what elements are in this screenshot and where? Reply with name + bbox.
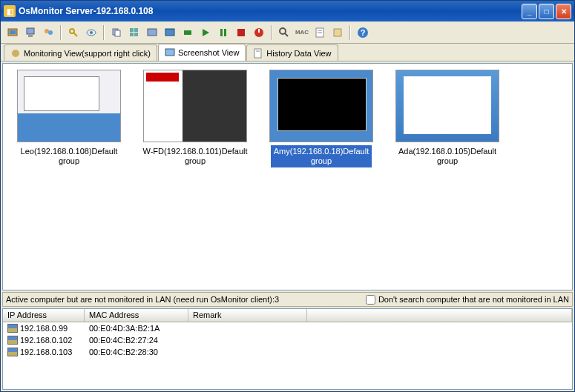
table-row[interactable]: 192.168.0.99 00:E0:4D:3A:B2:1A: [3, 322, 572, 334]
svg-rect-30: [334, 29, 341, 36]
svg-rect-15: [134, 33, 138, 36]
mac-icon[interactable]: MAC: [295, 25, 309, 40]
cell-remark: [188, 328, 307, 329]
close-button[interactable]: ✕: [556, 4, 571, 19]
column-header-spacer: [307, 309, 572, 322]
screenshot-tab-icon: [165, 47, 175, 58]
eye-icon[interactable]: [84, 25, 99, 40]
dont-search-checkbox-input[interactable]: [366, 295, 375, 305]
thumbnail-image: [269, 70, 373, 142]
play-icon[interactable]: [198, 25, 213, 40]
cell-ip: 192.168.0.103: [20, 348, 72, 356]
tab-monitoring-view[interactable]: Monitoring View(support right click): [4, 44, 157, 61]
table-row[interactable]: 192.168.0.103 00:E0:4C:B2:28:30: [3, 346, 572, 358]
tab-history-data-view[interactable]: History Data View: [246, 44, 338, 61]
minimize-button[interactable]: _: [522, 4, 537, 19]
cell-ip: 192.168.0.99: [20, 324, 68, 333]
column-header-remark[interactable]: Remark: [188, 309, 307, 322]
computer-icon: [7, 324, 18, 333]
toolbar-separator: [60, 25, 62, 40]
thumbnail-item-leo[interactable]: Leo(192.168.0.108)Defaultgroup: [9, 70, 129, 167]
svg-rect-22: [237, 29, 245, 36]
history-tab-icon: [253, 48, 263, 59]
cell-remark: [188, 351, 307, 353]
thumbnail-label: Amy(192.168.0.18)Defaultgroup: [271, 145, 372, 167]
thumbnail-label: Ada(192.168.0.105)Defaultgroup: [395, 145, 499, 167]
svg-text:?: ?: [361, 28, 366, 37]
svg-rect-34: [165, 49, 174, 56]
svg-rect-11: [115, 30, 120, 36]
column-header-mac[interactable]: MAC Address: [85, 309, 188, 322]
computer-icon: [7, 336, 18, 345]
stop-icon[interactable]: [234, 25, 249, 40]
thumbnail-pane[interactable]: Leo(192.168.0.108)Defaultgroup W-FD(192.…: [2, 63, 573, 290]
status-text: Active computer but are not monitored in…: [6, 295, 279, 304]
checkbox-label: Don't search computer that are not monit…: [378, 295, 569, 304]
svg-rect-21: [224, 29, 226, 36]
svg-line-7: [73, 33, 77, 36]
cell-remark: [188, 339, 307, 341]
search-icon[interactable]: [277, 25, 292, 40]
toolbar-separator: [349, 25, 351, 40]
toolbar: MAC ?: [1, 21, 574, 44]
maximize-button[interactable]: □: [539, 4, 554, 19]
svg-rect-12: [130, 28, 134, 32]
svg-rect-20: [220, 29, 223, 36]
svg-rect-13: [134, 28, 138, 32]
computer-icon: [7, 348, 18, 356]
monitor-tab-icon: [10, 48, 21, 59]
svg-rect-2: [27, 28, 34, 34]
thumbnail-image: [143, 70, 247, 142]
toolbar-separator: [103, 25, 105, 40]
tab-screenshot-view[interactable]: Screenshot View: [158, 44, 246, 61]
svg-rect-3: [28, 35, 33, 37]
svg-point-33: [12, 50, 19, 57]
titlebar[interactable]: ◧ OsMonitor Server-192.168.0.108 _ □ ✕: [1, 1, 574, 21]
svg-point-5: [48, 30, 53, 35]
table-row[interactable]: 192.168.0.102 00:E0:4C:B2:27:24: [3, 334, 572, 346]
tag-icon[interactable]: [330, 25, 345, 40]
svg-line-26: [285, 33, 288, 36]
monitor-icon[interactable]: [5, 25, 20, 40]
svg-rect-35: [254, 49, 261, 58]
screen-icon[interactable]: [145, 25, 160, 40]
svg-rect-16: [148, 29, 157, 36]
sheet-icon[interactable]: [312, 25, 327, 40]
cell-mac: 00:E0:4D:3A:B2:1A: [85, 323, 188, 333]
table-body[interactable]: 192.168.0.99 00:E0:4D:3A:B2:1A 192.168.0…: [3, 322, 572, 389]
svg-rect-14: [130, 33, 134, 36]
status-bar: Active computer but are not monitored in…: [2, 292, 573, 307]
app-window: ◧ OsMonitor Server-192.168.0.108 _ □ ✕ M…: [0, 0, 575, 392]
rec-icon[interactable]: [180, 25, 195, 40]
svg-rect-17: [165, 29, 174, 36]
users-icon[interactable]: [41, 25, 56, 40]
tab-label: History Data View: [266, 49, 331, 58]
cell-ip: 192.168.0.102: [20, 336, 72, 345]
window-title: OsMonitor Server-192.168.0.108: [19, 6, 522, 16]
power-icon[interactable]: [252, 25, 266, 40]
column-header-ip[interactable]: IP Address: [3, 309, 85, 322]
thumbnail-item-ada[interactable]: Ada(192.168.0.105)Defaultgroup: [387, 70, 507, 167]
thumbnail-image: [395, 70, 499, 142]
window-controls: _ □ ✕: [522, 4, 571, 19]
key-icon[interactable]: [66, 25, 81, 40]
windows-icon[interactable]: [127, 25, 142, 40]
thumbnail-label: Leo(192.168.0.108)Defaultgroup: [18, 145, 121, 167]
svg-rect-1: [10, 30, 16, 34]
thumbnail-image: [17, 70, 121, 142]
help-icon[interactable]: ?: [355, 25, 370, 40]
thumbnail-item-amy[interactable]: Amy(192.168.0.18)Defaultgroup: [261, 70, 381, 167]
table-header: IP Address MAC Address Remark: [3, 309, 572, 322]
thumbnail-label: W-FD(192.168.0.101)Defaultgroup: [139, 145, 250, 167]
thumbnail-item-wfd[interactable]: W-FD(192.168.0.101)Defaultgroup: [135, 70, 255, 167]
app-icon: ◧: [4, 5, 16, 17]
screen2-icon[interactable]: [162, 25, 177, 40]
pause-icon[interactable]: [216, 25, 231, 40]
tab-label: Monitoring View(support right click): [24, 49, 151, 58]
copy-icon[interactable]: [109, 25, 124, 40]
dont-search-checkbox[interactable]: Don't search computer that are not monit…: [366, 295, 569, 305]
toolbar-separator: [271, 25, 272, 40]
pc-icon[interactable]: [23, 25, 38, 40]
tab-label: Screenshot View: [178, 48, 239, 57]
svg-point-25: [280, 28, 286, 34]
